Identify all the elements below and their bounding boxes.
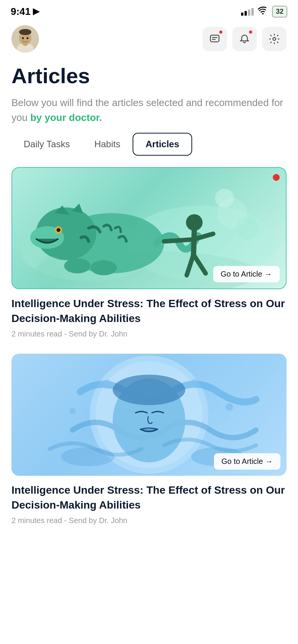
- tab-articles[interactable]: Articles: [133, 133, 192, 156]
- time-display: 9:41: [11, 6, 31, 18]
- svg-point-7: [27, 37, 29, 39]
- article-1-goto-button[interactable]: Go to Article →: [213, 266, 280, 282]
- status-bar: 9:41 ▶ 32: [0, 0, 298, 21]
- svg-point-43: [225, 403, 233, 411]
- notifications-badge: [248, 30, 253, 34]
- svg-point-38: [61, 447, 115, 466]
- svg-line-24: [164, 239, 194, 241]
- settings-button[interactable]: [262, 27, 287, 51]
- svg-line-23: [194, 231, 194, 254]
- header-actions: [202, 27, 287, 51]
- header: [0, 21, 298, 60]
- location-icon: ▶: [33, 6, 39, 16]
- svg-point-42: [70, 408, 76, 414]
- subtitle-highlight: by your doctor.: [30, 112, 102, 123]
- tab-habits[interactable]: Habits: [82, 134, 133, 155]
- gear-icon: [269, 33, 280, 45]
- article-2-meta: 2 minutes read - Send by Dr. John: [11, 516, 287, 525]
- svg-point-37: [113, 375, 185, 405]
- svg-point-20: [64, 258, 91, 274]
- article-2-goto-button[interactable]: Go to Article →: [214, 453, 281, 470]
- article-card: Go to Article → Intelligence Under Stres…: [11, 354, 287, 525]
- battery-icon: 32: [272, 6, 287, 18]
- page-title: Articles: [11, 64, 287, 88]
- svg-point-29: [236, 217, 258, 239]
- tabs: Daily Tasks Habits Articles: [0, 133, 298, 167]
- article-card: Go to Article → Intelligence Under Stres…: [11, 167, 287, 338]
- svg-point-21: [91, 260, 117, 275]
- status-icons: 32: [241, 6, 287, 18]
- messages-button[interactable]: [202, 27, 227, 51]
- chat-icon: [209, 33, 220, 45]
- battery-level: 32: [276, 8, 283, 16]
- svg-point-32: [23, 249, 41, 267]
- svg-point-6: [22, 37, 24, 39]
- svg-point-30: [215, 188, 234, 207]
- article-2-title: Intelligence Under Stress: The Effect of…: [11, 483, 287, 512]
- wifi-icon: [258, 6, 268, 17]
- svg-rect-8: [211, 35, 219, 42]
- messages-badge: [219, 30, 223, 34]
- article-image-green: Go to Article →: [11, 167, 287, 289]
- svg-point-5: [19, 29, 31, 35]
- tab-daily-tasks[interactable]: Daily Tasks: [11, 134, 82, 155]
- article-image-blue: Go to Article →: [11, 354, 287, 476]
- notifications-button[interactable]: [232, 27, 257, 51]
- bell-icon: [239, 33, 250, 45]
- avatar[interactable]: [11, 25, 39, 53]
- article-1-unread-dot: [273, 174, 280, 181]
- svg-point-41: [191, 379, 198, 386]
- svg-point-0: [262, 13, 264, 14]
- svg-point-19: [57, 228, 60, 232]
- svg-point-40: [102, 380, 112, 389]
- signal-icon: [241, 7, 254, 16]
- svg-point-31: [38, 256, 64, 283]
- svg-point-9: [273, 37, 276, 40]
- page-title-section: Articles Below you will find the article…: [0, 60, 298, 133]
- article-1-title: Intelligence Under Stress: The Effect of…: [11, 296, 287, 326]
- page-subtitle: Below you will find the articles selecte…: [11, 95, 287, 125]
- article-1-meta: 2 minutes read - Send by Dr. John: [11, 330, 287, 338]
- articles-list: Go to Article → Intelligence Under Stres…: [0, 167, 298, 541]
- status-time: 9:41 ▶: [11, 6, 39, 18]
